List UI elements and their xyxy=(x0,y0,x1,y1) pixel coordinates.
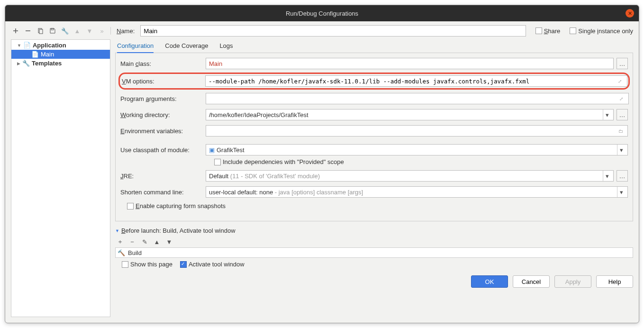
program-args-label: Program arguments:Program arguments: xyxy=(120,95,206,102)
collapse-icon[interactable]: ▼ xyxy=(115,228,119,233)
tree-node-main[interactable]: 📄 Main xyxy=(11,50,110,59)
config-tree[interactable]: ▼ 📄 Application 📄 Main ▶ 🔧 Templates xyxy=(11,39,110,317)
single-instance-checkbox-row[interactable]: Single instance only Single instance onl… xyxy=(570,27,633,35)
copy-config-icon[interactable] xyxy=(36,26,45,36)
main-node-icon: 📄 xyxy=(31,51,39,58)
name-input[interactable] xyxy=(140,25,526,36)
add-task-icon[interactable]: ＋ xyxy=(115,237,125,246)
activate-tool-row[interactable]: Activate tool window xyxy=(180,261,245,268)
add-config-icon[interactable] xyxy=(11,26,20,36)
chevron-down-icon[interactable]: ▾ xyxy=(603,109,611,120)
chevron-down-icon[interactable]: ▾ xyxy=(617,145,626,155)
save-config-icon[interactable] xyxy=(48,26,57,36)
title-bar: Run/Debug Configurations ✕ xyxy=(5,5,639,21)
templates-node-icon: 🔧 xyxy=(22,60,30,67)
more-icon[interactable]: » xyxy=(97,26,107,36)
help-button[interactable]: Help xyxy=(596,275,633,288)
classpath-label: Use classpath of module: xyxy=(120,146,206,154)
browse-working-dir-button[interactable]: … xyxy=(617,109,628,120)
move-down-icon[interactable]: ▼ xyxy=(85,26,94,36)
module-icon: ▣ xyxy=(209,146,215,154)
shorten-cmd-select[interactable]: user-local default: none - java [options… xyxy=(206,186,628,198)
hammer-icon: 🔨 xyxy=(118,249,125,256)
remove-config-icon[interactable] xyxy=(23,26,33,36)
move-up-task-icon[interactable]: ▲ xyxy=(152,237,162,246)
tree-node-application[interactable]: ▼ 📄 Application xyxy=(11,41,110,50)
jre-label: JRE:JRE: xyxy=(120,173,206,180)
working-dir-label: Working directory:Working directory: xyxy=(120,111,206,118)
remove-task-icon[interactable]: − xyxy=(127,237,137,246)
show-this-page-row[interactable]: Show this page xyxy=(122,261,172,268)
window-title: Run/Debug Configurations xyxy=(286,10,358,17)
tab-configuration[interactable]: Configuration xyxy=(117,39,154,53)
edit-task-icon[interactable]: ✎ xyxy=(140,237,149,246)
tabs-row: Configuration Code Coverage Logs xyxy=(115,39,633,53)
env-vars-label: Environment variables:Environment variab… xyxy=(120,128,206,135)
cancel-button[interactable]: Cancel xyxy=(513,275,550,288)
tab-logs[interactable]: Logs xyxy=(219,39,233,53)
ok-button[interactable]: OK xyxy=(471,275,508,288)
main-class-input[interactable] xyxy=(206,58,614,69)
program-args-input[interactable] xyxy=(206,93,629,104)
share-checkbox-row[interactable]: Share Share xyxy=(535,27,561,35)
before-launch-list[interactable]: 🔨 Build xyxy=(115,247,633,258)
svg-rect-1 xyxy=(39,29,43,34)
before-launch-header[interactable]: ▼ Before launch: Build, Activate tool wi… xyxy=(115,227,633,234)
apply-button: Apply xyxy=(554,275,591,288)
chevron-down-icon[interactable]: ▾ xyxy=(617,187,626,197)
chevron-down-icon[interactable]: ▾ xyxy=(603,171,611,181)
enable-snapshots-checkbox-row[interactable]: Enable capturing form snapshots Enable c… xyxy=(127,202,226,210)
move-up-icon[interactable]: ▲ xyxy=(73,26,82,36)
single-instance-checkbox[interactable] xyxy=(570,27,576,34)
svg-rect-2 xyxy=(51,28,54,30)
name-label: NName:ame: xyxy=(117,27,135,35)
browse-jre-button[interactable]: … xyxy=(617,170,628,182)
include-deps-checkbox[interactable] xyxy=(214,159,221,165)
enable-snapshots-checkbox[interactable] xyxy=(127,203,134,210)
move-down-task-icon[interactable]: ▼ xyxy=(164,237,174,246)
main-class-label: Main class:Main class: xyxy=(120,60,206,67)
vm-options-label: VM options:VM options: xyxy=(122,78,205,85)
classpath-module-select[interactable]: ▣ GrafikTest ▾ xyxy=(206,144,628,155)
tree-expander-icon[interactable]: ▼ xyxy=(17,43,21,48)
shorten-cmd-label: Shorten command line: xyxy=(120,189,206,196)
working-dir-input[interactable]: /home/kofler/IdeaProjects/GrafikTest ▾ xyxy=(206,109,614,120)
include-deps-checkbox-row[interactable]: Include dependencies with "Provided" sco… xyxy=(214,158,344,165)
env-vars-input[interactable] xyxy=(206,125,628,137)
tab-code-coverage[interactable]: Code Coverage xyxy=(165,39,208,53)
activate-tool-checkbox[interactable] xyxy=(180,261,187,268)
browse-main-class-button[interactable]: … xyxy=(617,58,628,69)
show-this-page-checkbox[interactable] xyxy=(122,261,128,268)
wrench-icon[interactable]: 🔧 xyxy=(60,26,70,36)
tree-node-templates[interactable]: ▶ 🔧 Templates xyxy=(11,59,110,68)
application-node-icon: 📄 xyxy=(23,42,31,49)
close-window-button[interactable]: ✕ xyxy=(626,9,634,18)
jre-select[interactable]: Default (11 - SDK of 'GrafikTest' module… xyxy=(206,170,614,182)
share-checkbox[interactable] xyxy=(535,27,542,34)
tree-expander-icon[interactable]: ▶ xyxy=(17,61,20,66)
toolbar-separator xyxy=(110,27,111,35)
vm-options-input[interactable] xyxy=(205,75,627,87)
